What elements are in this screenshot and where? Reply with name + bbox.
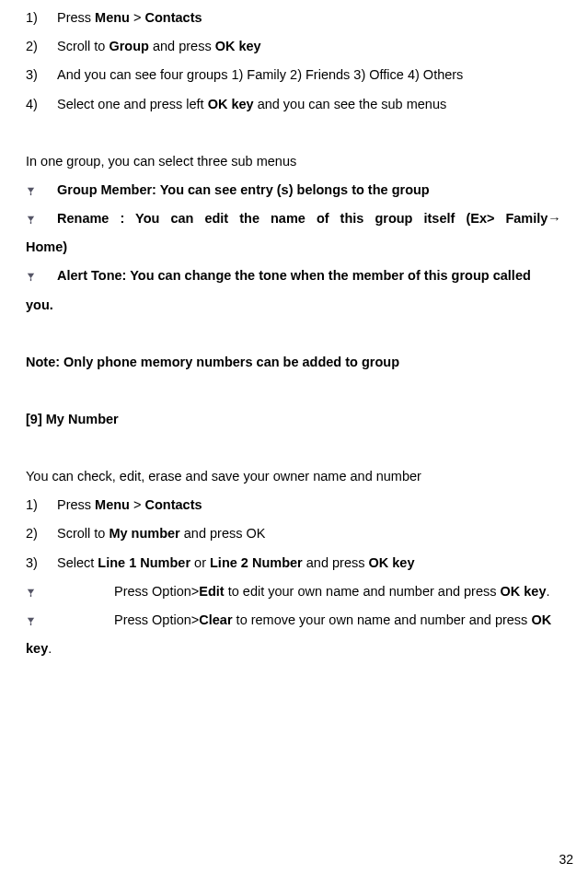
text-bold: Edit (199, 584, 224, 599)
text: to remove your own name and number and p… (233, 612, 532, 627)
text-bold: key (26, 641, 48, 656)
bullet-line: Alert Tone: You can change the tone when… (26, 262, 562, 290)
text-bold: OK key (215, 39, 261, 53)
text-bold: OK key (501, 584, 547, 599)
bullet-line: Press Option>Clear to remove your own na… (26, 606, 562, 635)
intro-line: In one group, you can select three sub m… (26, 147, 562, 176)
document-page: 1)Press Menu > Contacts 2)Scroll to Grou… (0, 0, 588, 663)
step-line: 4)Select one and press left OK key and y… (26, 90, 562, 119)
text: Select one and press left (57, 97, 208, 111)
step-line: 2)Scroll to Group and press OK key (26, 32, 562, 61)
text: and press OK (180, 526, 266, 541)
text-bold: Clear (199, 612, 232, 627)
text: . (547, 584, 550, 599)
step-number: 1) (26, 4, 57, 32)
step-number: 3) (26, 61, 57, 89)
text: > (130, 10, 145, 25)
text-bold: My number (109, 526, 179, 541)
section-heading: [9] My Number (26, 405, 562, 434)
text-bold: Contacts (144, 10, 202, 25)
text-bold: OK key (368, 555, 414, 570)
bullet-cont: key. (26, 635, 562, 663)
bullet-line: Press Option>Edit to edit your own name … (26, 577, 562, 606)
down-arrow-icon (26, 262, 57, 290)
down-arrow-icon (26, 577, 57, 606)
text-bold: Line 2 Number (210, 555, 303, 570)
step-number: 2) (26, 32, 57, 61)
step-line: 3)And you can see four groups 1) Family … (26, 61, 562, 89)
bullet-cont: you. (26, 291, 562, 320)
step-line: 1)Press Menu > Contacts (26, 491, 562, 519)
text-bold: Line 1 Number (98, 555, 190, 570)
down-arrow-icon (26, 606, 57, 635)
text: And you can see four groups 1) Family 2)… (57, 67, 463, 82)
text: and you can see the sub menus (254, 97, 447, 111)
step-line: 3)Select Line 1 Number or Line 2 Number … (26, 549, 562, 577)
step-number: 4) (26, 90, 57, 119)
text: Scroll to (57, 526, 109, 541)
text-bold: you. (26, 297, 53, 312)
text: Press Option> (114, 612, 199, 627)
text: and press (149, 39, 215, 53)
text: or (190, 555, 210, 570)
desc-line: You can check, edit, erase and save your… (26, 462, 562, 491)
step-line: 1)Press Menu > Contacts (26, 4, 562, 32)
text: > (130, 497, 145, 512)
note-line: Note: Only phone memory numbers can be a… (26, 348, 562, 377)
text: Select (57, 555, 98, 570)
text-bold: Menu (95, 497, 130, 512)
text-bold: Menu (95, 10, 130, 25)
text-bold: Rename : You can edit the name of this g… (57, 211, 561, 226)
bullet-line: Rename : You can edit the name of this g… (26, 204, 562, 233)
bullet-line: Group Member: You can see entry (s) belo… (26, 176, 562, 204)
text-bold: Contacts (144, 497, 202, 512)
text: to edit your own name and number and pre… (225, 584, 501, 599)
step-number: 2) (26, 519, 57, 548)
step-line: 2)Scroll to My number and press OK (26, 519, 562, 548)
text-bold: Home) (26, 239, 67, 254)
page-number: 32 (559, 852, 573, 867)
step-number: 1) (26, 491, 57, 519)
down-arrow-icon (26, 176, 57, 204)
text: Press Option> (114, 584, 199, 599)
text: Press (57, 497, 95, 512)
bullet-cont: Home) (26, 233, 562, 262)
text-bold: Group Member: You can see entry (s) belo… (57, 182, 430, 197)
text-bold: OK (531, 612, 551, 627)
text: and press (303, 555, 369, 570)
text: Press (57, 10, 95, 25)
text-bold: Alert Tone: You can change the tone when… (57, 268, 531, 283)
text: Scroll to (57, 39, 109, 53)
text: . (48, 641, 52, 656)
down-arrow-icon (26, 204, 57, 233)
step-number: 3) (26, 549, 57, 577)
text-bold: Group (109, 39, 149, 53)
text-bold: OK key (208, 97, 254, 111)
